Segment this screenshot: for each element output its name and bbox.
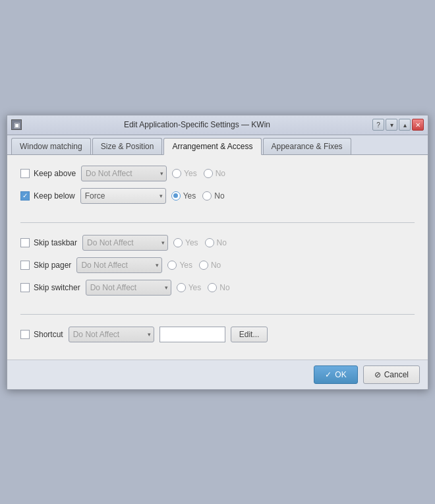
content-area: Keep above Do Not Affect ▾ Yes No [7, 155, 428, 360]
cancel-icon: ⊘ [374, 370, 381, 379]
skip-switcher-yes-label: Yes [188, 283, 202, 292]
titlebar-buttons: ? ▾ ▴ ✕ [372, 119, 424, 131]
titlebar: ▣ Edit Application-Specific Settings — K… [7, 115, 428, 135]
keep-above-label: Keep above [34, 169, 76, 178]
shortcut-checkbox-wrap: Shortcut [20, 330, 63, 339]
skip-pager-yes-item[interactable]: Yes [167, 261, 192, 270]
keep-below-radio-group: Yes No [171, 191, 225, 201]
skip-taskbar-label: Skip taskbar [34, 238, 77, 247]
keep-below-yes-radio[interactable] [171, 191, 181, 201]
close-button[interactable]: ✕ [412, 119, 424, 131]
skip-switcher-radio-group: Yes No [177, 283, 230, 292]
tab-window-matching[interactable]: Window matching [11, 138, 91, 154]
ok-icon: ✓ [325, 370, 332, 379]
help-button[interactable]: ? [372, 119, 384, 131]
keep-below-label: Keep below [34, 191, 75, 201]
keep-above-yes-radio[interactable] [172, 169, 181, 178]
skip-taskbar-dropdown[interactable]: Do Not Affect ▾ [82, 235, 168, 251]
shortcut-row: Shortcut Do Not Affect ▾ Edit... [20, 327, 415, 342]
skip-switcher-checkbox[interactable] [20, 283, 30, 292]
shortcut-checkbox[interactable] [20, 330, 30, 339]
cancel-label: Cancel [384, 370, 409, 379]
skip-pager-no-radio[interactable] [199, 261, 208, 270]
keep-below-no-label: No [214, 191, 224, 201]
skip-pager-yes-label: Yes [179, 261, 192, 270]
keep-below-checkbox[interactable] [20, 191, 30, 201]
keep-above-checkbox[interactable] [20, 169, 30, 178]
skip-pager-dropdown-value: Do Not Affect [81, 261, 127, 270]
skip-taskbar-no-radio[interactable] [205, 238, 214, 247]
main-window: ▣ Edit Application-Specific Settings — K… [7, 115, 428, 390]
tab-arrangement-access[interactable]: Arrangement & Access [163, 138, 261, 155]
skip-switcher-dropdown-arrow: ▾ [165, 284, 168, 291]
keep-below-no-item[interactable]: No [202, 191, 224, 201]
skip-taskbar-dropdown-value: Do Not Affect [87, 238, 133, 247]
shortcut-dropdown-arrow: ▾ [148, 331, 151, 338]
skip-pager-yes-radio[interactable] [167, 261, 177, 270]
separator-1 [20, 222, 415, 223]
keep-above-yes-label: Yes [184, 169, 197, 178]
skip-pager-label: Skip pager [34, 261, 71, 270]
ok-label: OK [335, 370, 346, 379]
cancel-button[interactable]: ⊘ Cancel [363, 365, 420, 384]
skip-switcher-no-item[interactable]: No [208, 283, 229, 292]
tab-size-position[interactable]: Size & Position [92, 138, 163, 154]
skip-pager-row: Skip pager Do Not Affect ▾ Yes No [20, 257, 415, 273]
skip-taskbar-yes-label: Yes [185, 238, 198, 247]
skip-switcher-yes-radio[interactable] [177, 283, 186, 292]
keep-above-no-item[interactable]: No [204, 169, 225, 178]
maximize-button[interactable]: ▴ [399, 119, 411, 131]
skip-taskbar-row: Skip taskbar Do Not Affect ▾ Yes No [20, 235, 415, 251]
skip-switcher-label: Skip switcher [34, 283, 80, 292]
skip-taskbar-yes-item[interactable]: Yes [173, 238, 198, 247]
skip-switcher-dropdown-value: Do Not Affect [90, 283, 136, 292]
keep-above-no-radio[interactable] [204, 169, 213, 178]
shortcut-input[interactable] [160, 327, 225, 342]
keep-above-row: Keep above Do Not Affect ▾ Yes No [20, 166, 415, 181]
keep-above-no-label: No [216, 169, 225, 178]
skip-taskbar-radio-group: Yes No [173, 238, 227, 247]
keep-above-checkbox-wrap: Keep above [20, 169, 76, 178]
skip-switcher-no-label: No [219, 283, 229, 292]
skip-switcher-checkbox-wrap: Skip switcher [20, 283, 80, 292]
skip-taskbar-yes-radio[interactable] [173, 238, 183, 247]
keep-above-radio-group: Yes No [172, 169, 225, 178]
keep-below-dropdown[interactable]: Force ▾ [80, 188, 166, 204]
shortcut-edit-button[interactable]: Edit... [231, 327, 268, 342]
keep-above-dropdown-arrow: ▾ [160, 170, 163, 177]
keep-below-no-radio[interactable] [202, 191, 212, 201]
skip-taskbar-dropdown-arrow: ▾ [161, 239, 165, 246]
skip-pager-dropdown[interactable]: Do Not Affect ▾ [76, 257, 162, 273]
footer: ✓ OK ⊘ Cancel [7, 360, 428, 389]
shortcut-label: Shortcut [34, 330, 63, 339]
keep-above-dropdown[interactable]: Do Not Affect ▾ [81, 166, 167, 181]
skip-pager-dropdown-arrow: ▾ [156, 262, 159, 268]
skip-pager-radio-group: Yes No [167, 261, 221, 270]
app-icon: ▣ [11, 119, 22, 130]
skip-taskbar-checkbox[interactable] [20, 238, 30, 247]
separator-2 [20, 314, 415, 315]
tabbar: Window matching Size & Position Arrangem… [7, 135, 428, 155]
shade-button[interactable]: ▾ [386, 119, 397, 131]
skip-pager-checkbox-wrap: Skip pager [20, 261, 71, 270]
skip-pager-no-item[interactable]: No [199, 261, 221, 270]
keep-below-row: Keep below Force ▾ Yes No [20, 188, 415, 204]
tab-appearance-fixes[interactable]: Appearance & Fixes [263, 138, 351, 154]
ok-button[interactable]: ✓ OK [314, 365, 357, 384]
skip-switcher-dropdown[interactable]: Do Not Affect ▾ [86, 280, 171, 296]
skip-taskbar-no-item[interactable]: No [205, 238, 227, 247]
keep-below-dropdown-arrow: ▾ [160, 193, 163, 199]
skip-pager-no-label: No [211, 261, 221, 270]
keep-below-dropdown-value: Force [85, 191, 105, 201]
skip-pager-checkbox[interactable] [20, 261, 30, 270]
skip-switcher-row: Skip switcher Do Not Affect ▾ Yes No [20, 280, 415, 296]
keep-above-dropdown-value: Do Not Affect [86, 169, 132, 178]
skip-switcher-yes-item[interactable]: Yes [177, 283, 202, 292]
shortcut-dropdown[interactable]: Do Not Affect ▾ [69, 327, 154, 342]
keep-below-yes-label: Yes [183, 191, 196, 201]
keep-below-yes-item[interactable]: Yes [171, 191, 196, 201]
skip-switcher-no-radio[interactable] [208, 283, 217, 292]
skip-taskbar-no-label: No [217, 238, 227, 247]
keep-above-yes-item[interactable]: Yes [172, 169, 197, 178]
keep-below-checkbox-wrap: Keep below [20, 191, 75, 201]
